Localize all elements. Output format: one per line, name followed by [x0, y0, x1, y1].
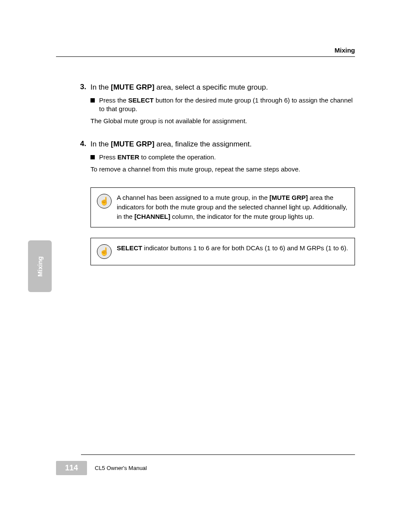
step-3-note: The Global mute group is not available f… — [90, 117, 355, 125]
footer-label: CL5 Owner's Manual — [95, 465, 147, 471]
note-box-2: ☝ SELECT indicator buttons 1 to 6 are fo… — [90, 238, 355, 265]
step4-after: area, finalize the assignment. — [154, 140, 252, 148]
step3sub-key: SELECT — [128, 96, 154, 104]
step-3-sub-text: Press the SELECT button for the desired … — [99, 96, 355, 114]
footer: 114 CL5 Owner's Manual — [56, 461, 355, 475]
page: Mixing Mixing 3. In the [MUTE GRP] area,… — [0, 0, 411, 532]
step-4-number: 4. — [80, 140, 90, 148]
note1-key1: [MUTE GRP] — [269, 194, 308, 201]
side-tab-label: Mixing — [36, 256, 44, 277]
step-3: 3. In the [MUTE GRP] area, select a spec… — [80, 83, 355, 93]
page-number-badge: 114 — [56, 461, 87, 475]
step-4-note: To remove a channel from this mute group… — [90, 165, 355, 174]
step4sub-before: Press — [99, 153, 118, 161]
step-4-text: In the [MUTE GRP] area, finalize the ass… — [90, 140, 252, 149]
step3sub-before: Press the — [99, 96, 128, 104]
header-rule — [56, 56, 355, 57]
note-box-1: ☝ A channel has been assigned to a mute … — [90, 187, 355, 227]
step4sub-after: to complete the operation. — [139, 153, 216, 161]
step-3-text: In the [MUTE GRP] area, select a specifi… — [90, 83, 268, 93]
note-2-text: SELECT indicator buttons 1 to 6 are for … — [117, 243, 348, 253]
page-header-title: Mixing — [56, 47, 355, 54]
hand-icon: ☝ — [97, 194, 112, 208]
step-4: 4. In the [MUTE GRP] area, finalize the … — [80, 140, 355, 149]
step3-after: area, select a specific mute group. — [154, 83, 268, 91]
note1-before: A channel has been assigned to a mute gr… — [117, 194, 269, 201]
step4-before: In the — [90, 140, 111, 148]
note2-after: indicator buttons 1 to 6 are for both DC… — [142, 244, 348, 252]
note2-key: SELECT — [117, 244, 142, 252]
footer-rule — [81, 454, 355, 455]
content: 3. In the [MUTE GRP] area, select a spec… — [80, 83, 355, 265]
note1-key2: [CHANNEL] — [134, 213, 170, 220]
note-1-text: A channel has been assigned to a mute gr… — [117, 193, 349, 221]
step3-key: [MUTE GRP] — [111, 83, 154, 91]
hand-icon: ☝ — [97, 244, 112, 259]
step-3-number: 3. — [80, 83, 90, 91]
step-4-block: 4. In the [MUTE GRP] area, finalize the … — [80, 140, 355, 174]
step-4-sub-text: Press ENTER to complete the operation. — [99, 153, 216, 162]
bullet-icon — [90, 98, 95, 103]
step4-key: [MUTE GRP] — [111, 140, 154, 148]
note1-after: column, the indicator for the mute group… — [170, 213, 314, 220]
step-3-block: 3. In the [MUTE GRP] area, select a spec… — [80, 83, 355, 126]
step4sub-key: ENTER — [118, 153, 140, 161]
step3-before: In the — [90, 83, 111, 91]
side-tab: Mixing — [28, 240, 52, 292]
bullet-icon — [90, 155, 95, 159]
step-3-sub: Press the SELECT button for the desired … — [90, 96, 355, 114]
step-4-sub: Press ENTER to complete the operation. — [90, 153, 355, 162]
